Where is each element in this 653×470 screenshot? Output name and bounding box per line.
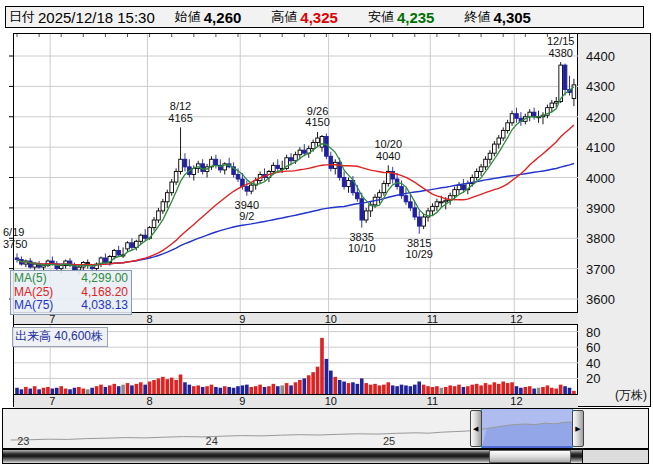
month-label: 9 xyxy=(239,313,245,325)
ma25-label: MA(25) xyxy=(14,286,53,300)
month-label: 11 xyxy=(427,313,438,325)
nav-handle-right[interactable]: ▶ xyxy=(572,410,584,447)
ma75-label: MA(75) xyxy=(14,299,53,313)
month-label: 8 xyxy=(147,395,153,407)
date-value: 2025/12/18 15:30 xyxy=(38,9,155,26)
low-value: 4,235 xyxy=(397,9,435,26)
ma5-value: 4,299.00 xyxy=(81,272,128,286)
price-axis-label: 4300 xyxy=(586,79,615,94)
ma-legend: MA(5) 4,299.00 MA(25) 4,168.20 MA(75) 4,… xyxy=(10,270,132,315)
volume-axis-unit: (万株) xyxy=(615,387,647,404)
volume-label: 出来高 40,600株 xyxy=(12,327,108,347)
month-label: 8 xyxy=(147,313,153,325)
price-axis-label: 4100 xyxy=(586,140,615,155)
price-annotation: 383510/10 xyxy=(348,232,376,255)
price-axis-label: 3700 xyxy=(586,262,615,277)
year-label: 23 xyxy=(17,435,29,447)
price-annotation: 9/264150 xyxy=(305,106,329,129)
open-value: 4,260 xyxy=(204,9,242,26)
volume-axis-label: 60 xyxy=(586,340,600,355)
year-label: 24 xyxy=(206,435,218,447)
price-axis-label: 4000 xyxy=(586,171,615,186)
ma75-row: MA(75) 4,038.13 xyxy=(14,299,128,313)
price-annotation: 10/204040 xyxy=(375,139,403,162)
price-axis-label: 4200 xyxy=(586,110,615,125)
scrollbar-filler xyxy=(582,450,648,463)
scrollbar-thumb[interactable] xyxy=(489,450,571,463)
price-annotation: 12/154380 xyxy=(547,36,575,59)
price-axis-gutter: 4400430042004100400039003800370036008060… xyxy=(577,34,650,406)
month-label: 11 xyxy=(427,395,438,407)
price-axis-label: 4400 xyxy=(586,49,615,64)
price-axis-label: 3800 xyxy=(586,231,615,246)
month-label: 10 xyxy=(325,395,337,407)
ma5-row: MA(5) 4,299.00 xyxy=(14,272,128,286)
volume-axis-label: 20 xyxy=(586,371,600,386)
ma25-row: MA(25) 4,168.20 xyxy=(14,286,128,300)
price-annotation: 6/193750 xyxy=(3,227,27,250)
nav-handle-left[interactable]: ◀ xyxy=(470,410,482,447)
high-label: 高値 xyxy=(271,8,297,26)
year-label: 25 xyxy=(383,435,395,447)
price-annotation: 381510/29 xyxy=(405,238,433,261)
month-label: 7 xyxy=(49,313,55,325)
close-value: 4,305 xyxy=(493,9,531,26)
volume-axis-label: 80 xyxy=(586,325,600,340)
month-label: 10 xyxy=(325,313,337,325)
low-label: 安値 xyxy=(368,8,394,26)
open-label: 始値 xyxy=(175,8,201,26)
month-axis-volume: 789101112 xyxy=(14,394,578,408)
price-axis-label: 3600 xyxy=(586,292,615,307)
month-label: 9 xyxy=(239,395,245,407)
quote-info-bar: 日付 2025/12/18 15:30 始値 4,260 高値 4,325 安値… xyxy=(5,6,644,28)
price-annotation: 39409/2 xyxy=(235,200,259,223)
navigator-sparkline xyxy=(3,409,648,448)
range-navigator[interactable]: 232425◀▶ xyxy=(2,408,649,449)
ma5-label: MA(5) xyxy=(14,272,47,286)
month-label: 12 xyxy=(510,395,522,407)
volume-axis-label: 40 xyxy=(586,356,600,371)
date-label: 日付 xyxy=(9,8,35,26)
time-scrollbar[interactable] xyxy=(2,449,649,464)
price-annotation: 8/124165 xyxy=(168,101,192,124)
ma25-value: 4,168.20 xyxy=(81,286,128,300)
price-axis-label: 3900 xyxy=(586,201,615,216)
month-label: 12 xyxy=(510,313,522,325)
high-value: 4,325 xyxy=(300,9,338,26)
close-label: 終値 xyxy=(464,8,490,26)
stock-chart-widget: 日付 2025/12/18 15:30 始値 4,260 高値 4,325 安値… xyxy=(0,0,653,470)
chart-area: 4400430042004100400039003800370036008060… xyxy=(13,33,651,407)
month-label: 7 xyxy=(49,395,55,407)
ma75-value: 4,038.13 xyxy=(81,299,128,313)
